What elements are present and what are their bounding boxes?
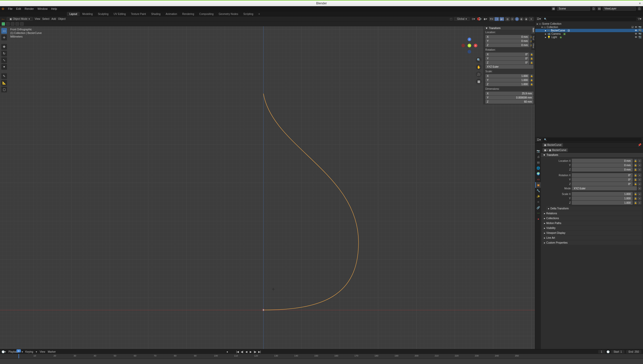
outliner-type-icon[interactable]: ☰▾ [537,17,541,21]
tool-select-box[interactable]: ▭ [1,28,7,34]
camera-icon[interactable]: 📷 [638,26,641,29]
autokey-icon[interactable]: ● [226,350,229,353]
lock-icon[interactable]: 🔓 [634,173,637,177]
jump-end-icon[interactable]: ▶| [258,350,261,353]
timeline-type-icon[interactable]: 🕐▾ [2,350,6,353]
vp-menu-select[interactable]: Select [42,17,49,20]
pp-scale-x[interactable]: 1.000 [572,192,633,196]
chevron-right-icon[interactable]: ▸ [545,36,546,39]
tool-move[interactable]: ✥ [1,44,7,50]
tool-add[interactable]: ▢ [1,86,7,93]
tab-shading[interactable]: Shading [148,12,163,16]
rot-z-field[interactable]: Z0° [485,61,529,65]
select-mode-3[interactable] [11,22,14,26]
outliner-item-beziercurve[interactable]: ▸ 〰 BezierCurve ⊡ 👁 📷 [535,29,643,32]
dim-x-field[interactable]: X25.9 mm [485,92,533,95]
shade-dropdown-icon[interactable]: ▾ [529,17,533,21]
eye-icon[interactable]: 👁 [635,32,637,35]
snap-icon[interactable]: 🧲▾ [477,17,481,20]
viewlayer-selector[interactable]: ViewLayer [603,7,636,11]
props-breadcrumb-2[interactable]: ▣ › ▣ BezierCurve [542,148,568,152]
panel-visibility[interactable]: ▸ Visibility [542,226,642,230]
lock-icon[interactable]: 🔓 [634,182,637,186]
gizmo-x-pos[interactable]: X [474,44,477,47]
current-frame-field[interactable]: 1 [598,350,605,353]
keyframe-icon[interactable]: • [638,192,641,196]
chevron-right-icon[interactable]: ▸ [545,32,546,35]
props-search[interactable]: 🔍 [542,138,641,141]
tool-measure[interactable]: 📐 [1,80,7,86]
pp-scale-y[interactable]: 1.000 [572,196,633,200]
ptab-data[interactable]: 〰 [535,210,541,216]
npanel-tab-tool[interactable]: Tool [531,34,535,42]
xray-icon[interactable]: ▥ [505,17,510,21]
outliner-scene-collection[interactable]: ▸ ▭ Scene Collection [535,22,643,25]
gizmo-z-neg[interactable] [468,50,471,54]
dim-z-field[interactable]: Z60 mm [485,100,533,104]
tab-modeling[interactable]: Modeling [80,12,95,16]
eye-icon[interactable]: 👁 [635,36,637,39]
tl-menu-keying[interactable]: Keying [25,350,33,353]
tool-transform[interactable]: ✦ [1,64,7,70]
lock-icon[interactable]: 🔓 [634,197,637,200]
dim-y-field[interactable]: Y0.000008 mm [485,96,533,100]
checkbox-icon[interactable]: ☑ [631,26,634,29]
pp-rot-y[interactable]: 0° [572,177,633,182]
ptab-physics[interactable]: ⚛ [535,199,541,205]
pp-rot-z[interactable]: 0° [572,182,633,186]
panel-motion-paths[interactable]: ▸ Motion Paths [542,221,642,225]
select-mode-2[interactable] [6,22,10,26]
pan-icon[interactable]: ✋ [476,64,481,70]
tab-add[interactable]: + [256,12,263,16]
play-reverse-icon[interactable]: ◀ [245,350,248,353]
tab-scripting[interactable]: Scripting [241,12,256,16]
keyframe-icon[interactable]: • [638,159,641,163]
tab-rendering[interactable]: Rendering [180,12,197,16]
orientation-icon[interactable]: ⬚ [450,17,452,20]
viewport-canvas[interactable]: ✧ Front Orthographic (1) Collection | Be… [0,26,535,349]
keyframe-icon[interactable]: • [638,197,641,200]
menu-edit[interactable]: Edit [16,7,21,10]
editor-type-icon[interactable]: ⬦▾ [2,17,5,20]
lock-icon[interactable]: 🔓 [634,168,637,171]
tab-texture-paint[interactable]: Texture Paint [128,12,148,16]
lock-icon[interactable]: 🔓 [530,53,533,56]
outliner-item-light[interactable]: ▸ 💡 Light ◉ 👁 📷 [535,35,643,39]
start-frame-field[interactable]: Start 1 [611,350,624,353]
loc-x-field[interactable]: X0 mm [485,35,529,39]
lock-icon[interactable]: 🔓 [530,83,533,86]
vp-menu-object[interactable]: Object [58,17,66,20]
lock-icon[interactable]: 🔓 [530,78,533,82]
keyframe-icon[interactable]: • [638,168,641,171]
npanel-tab-view[interactable]: View [531,42,535,50]
ptab-scene[interactable]: 🌐 [535,165,541,171]
scale-x-field[interactable]: X1.000 [485,74,529,78]
tab-uv-editing[interactable]: UV Editing [111,12,128,16]
tab-animation[interactable]: Animation [163,12,180,16]
jump-start-icon[interactable]: |◀ [236,350,239,353]
orientation-selector[interactable]: Global▾ [454,17,470,21]
gizmo-toggle-icon[interactable]: ⬡▾ [494,17,499,21]
ptab-constraints[interactable]: 🔗 [535,205,541,210]
panel-viewport-display[interactable]: ▸ Viewport Display [542,231,642,235]
tab-sculpting[interactable]: Sculpting [95,12,111,16]
rotation-mode-field[interactable]: XYZ Euler [485,65,533,69]
tl-menu-marker[interactable]: Marker [48,350,56,353]
keyframe-icon[interactable]: • [638,173,641,177]
ptab-world[interactable]: 🌍 [535,171,541,176]
pp-rot-x[interactable]: 0° [572,173,633,177]
ptab-modifiers[interactable]: 🔧 [535,188,541,193]
pp-scale-z[interactable]: 1.000 [572,201,633,205]
select-mode-5[interactable] [20,22,24,26]
keyframe-icon[interactable]: • [638,182,641,186]
rot-x-field[interactable]: X0° [485,52,529,56]
lock-icon[interactable]: 🔓 [634,192,637,196]
eye-icon[interactable]: 👁 [635,29,637,32]
pp-loc-z[interactable]: 0 mm [572,167,633,172]
menu-file[interactable]: File [8,7,13,10]
keyframe-next-icon[interactable]: |▶ [253,350,257,353]
preview-range-icon[interactable]: 🕐 [606,350,610,353]
loc-z-field[interactable]: Z0 mm [485,43,529,47]
lock-icon[interactable]: 🔓 [634,178,637,181]
keyframe-prev-icon[interactable]: ◀| [240,350,244,353]
